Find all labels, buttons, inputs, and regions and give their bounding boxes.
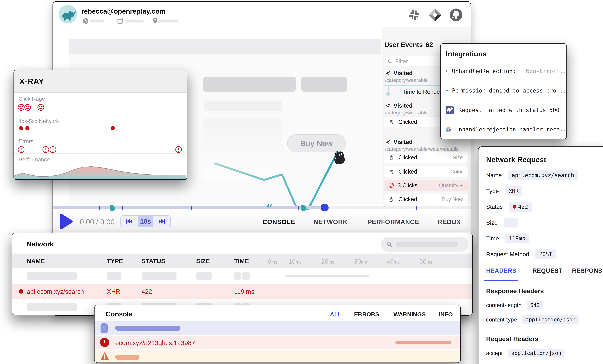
column-type[interactable]: TYPE — [107, 258, 123, 265]
skip-forward-button[interactable] — [153, 216, 170, 227]
xray-title: X-RAY — [19, 77, 44, 86]
tab-console[interactable]: CONSOLE — [262, 218, 295, 226]
timeline-marker-icon[interactable] — [301, 205, 306, 211]
integrations-title: Integrations — [446, 50, 487, 58]
tab-redux[interactable]: REDUX — [438, 218, 461, 226]
console-panel: Console ALL ERRORS WARNINGS INFO i ! eco… — [94, 305, 461, 363]
error-icon[interactable] — [42, 146, 50, 153]
console-tab-errors[interactable]: ERRORS — [354, 311, 379, 318]
field-value[interactable]: 119ms — [505, 233, 529, 243]
field-value[interactable]: XHR — [505, 186, 522, 196]
pointer-hand-icon — [389, 119, 394, 125]
slack-icon[interactable] — [408, 9, 421, 22]
column-time[interactable]: TIME — [234, 258, 249, 265]
tab-headers[interactable]: HEADERS — [486, 267, 516, 274]
field-row-status: Status 422 — [486, 199, 601, 215]
timeline-event-tick[interactable] — [416, 206, 417, 210]
skip-controls: 10s — [120, 215, 171, 227]
integration-row-sentry[interactable]: UnhandledRejection: Non-Error... — [441, 61, 567, 81]
event-card-rage-clicks[interactable]: 3 Clicks Quantity + — [384, 180, 468, 191]
integration-row-blue-waves[interactable]: Permission denied to access pro... — [441, 81, 567, 100]
console-tab-all[interactable]: ALL — [330, 311, 341, 318]
timeline-event-tick[interactable] — [191, 206, 192, 210]
skip-back-button[interactable] — [121, 216, 138, 227]
tab-response[interactable]: RESPONSE — [572, 267, 603, 274]
field-row-name: Name api.ecom.xyz/search — [486, 167, 601, 183]
console-title: Console — [106, 310, 133, 318]
network-search-input[interactable] — [381, 237, 468, 252]
field-value[interactable]: POST — [535, 249, 556, 259]
network-row-skeleton[interactable] — [12, 268, 472, 284]
field-value[interactable]: api.ecom.xyz/search — [508, 170, 578, 180]
network-error-dot[interactable] — [25, 126, 29, 130]
browser-icon — [117, 17, 124, 24]
integration-error-message: Unhandledrejection handler rece.. — [455, 126, 567, 133]
network-error-dot[interactable] — [111, 126, 115, 130]
skeleton-block — [203, 77, 296, 92]
field-label: Name — [486, 172, 502, 179]
timeline-event-tick[interactable] — [99, 206, 100, 210]
field-value[interactable]: -- — [504, 218, 518, 228]
console-tab-warnings[interactable]: WARNINGS — [394, 311, 426, 318]
log-skeleton — [395, 341, 451, 344]
angry-face-icon — [388, 183, 394, 188]
github-icon[interactable] — [449, 7, 464, 22]
timeline-event-tick[interactable] — [298, 206, 299, 210]
warning-icon — [100, 351, 110, 361]
header-value[interactable]: 642 — [527, 301, 543, 309]
field-value[interactable]: 422 — [509, 202, 532, 212]
network-error-dot[interactable] — [19, 126, 23, 130]
network-panel-title: Network — [27, 240, 54, 248]
jira-icon[interactable] — [428, 8, 442, 22]
playback-timeline[interactable]: “ — [53, 204, 471, 211]
openreplay-composite: rebecca@openreplay.com — [0, 0, 603, 364]
play-button[interactable] — [60, 213, 73, 230]
event-card-clicked[interactable]: Clicked Size — [384, 152, 468, 163]
field-row-method: Request Method POST — [486, 246, 601, 262]
pointer-hand-icon — [389, 169, 394, 174]
column-name[interactable]: NAME — [27, 258, 45, 265]
console-row-error[interactable]: ! ecom.xyz/a213qh.js:123987 — [94, 336, 460, 349]
playhead[interactable] — [321, 204, 329, 212]
event-detail: Buy Now — [442, 197, 463, 202]
field-label: Request Method — [486, 251, 529, 258]
integrations-panel: Integrations UnhandledRejection: Non-Err… — [440, 43, 567, 139]
network-row-error[interactable]: api.ecom.xyz/search XHR 422 -- 119 ms — [12, 284, 472, 299]
event-card-clicked[interactable]: Clicked Buy Now — [384, 194, 468, 204]
integration-row-elastic[interactable]: Unhandledrejection handler rece.. — [441, 120, 567, 139]
console-row-warning[interactable] — [94, 350, 460, 363]
tab-network[interactable]: NETWORK — [313, 218, 348, 226]
console-row-info[interactable]: i — [94, 321, 460, 335]
meta-skeleton — [159, 20, 179, 22]
angry-face-icon[interactable] — [24, 104, 32, 111]
header-value[interactable]: application/json — [522, 315, 579, 324]
angry-face-icon[interactable] — [37, 104, 45, 111]
field-row-time: Time 119ms — [486, 231, 601, 246]
integration-row-datadog[interactable]: Request failed with status 500 — [441, 100, 567, 120]
network-table-header: NAME TYPE STATUS SIZE TIME 0ms 10ms 20ms… — [12, 254, 472, 268]
visited-icon — [385, 139, 391, 145]
event-card-clicked[interactable]: Clicked Color — [384, 166, 468, 177]
console-tab-info[interactable]: INFO — [439, 311, 453, 318]
log-skeleton — [115, 355, 139, 360]
request-headers-heading: Request Headers — [486, 335, 538, 343]
column-size[interactable]: SIZE — [196, 258, 210, 265]
pointer-hand-icon — [389, 197, 394, 202]
column-status[interactable]: STATUS — [142, 258, 165, 265]
xray-panel: X-RAY Click Rage 4xx-5xx Network Errors — [13, 70, 187, 180]
timeline-marker-icon[interactable] — [110, 205, 115, 211]
error-icon[interactable] — [17, 146, 25, 153]
tab-performance[interactable]: PERFORMANCE — [367, 218, 419, 226]
tab-request[interactable]: REQUEST — [533, 267, 562, 274]
skip-interval-label[interactable]: 10s — [138, 216, 153, 227]
header-row: content-length 642 — [486, 300, 543, 311]
error-icon[interactable] — [175, 146, 183, 153]
xray-section-label: Click Rage — [19, 96, 45, 102]
event-label: Clicked — [398, 154, 417, 161]
user-events-count: 62 — [426, 41, 433, 48]
header-value[interactable]: application/json — [508, 349, 565, 357]
elastic-icon — [445, 125, 451, 134]
search-icon — [386, 241, 392, 247]
timeline-event-tick[interactable] — [122, 206, 123, 210]
error-icon[interactable] — [49, 146, 57, 153]
